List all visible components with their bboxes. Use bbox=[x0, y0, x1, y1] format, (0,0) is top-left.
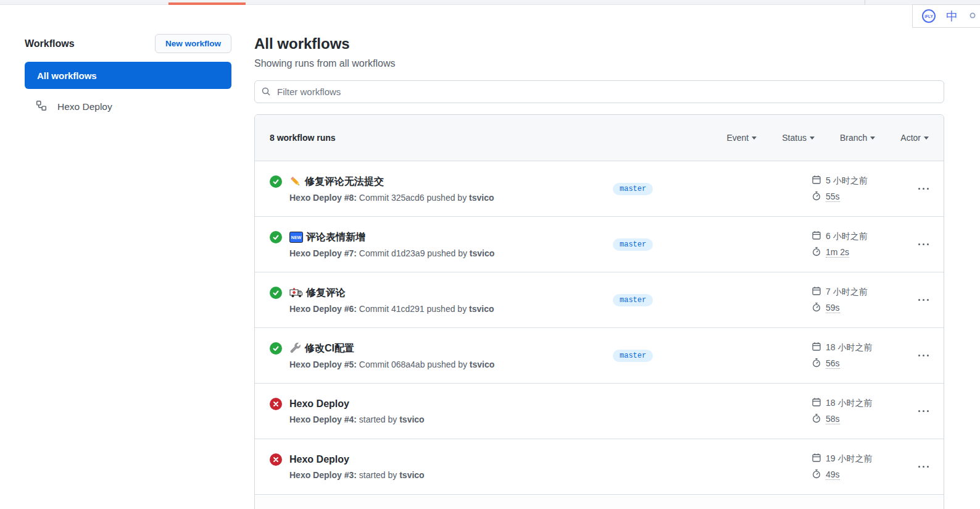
kebab-menu-button[interactable] bbox=[904, 408, 929, 415]
run-actor-link[interactable]: tsvico bbox=[470, 360, 494, 369]
svg-text:NEW: NEW bbox=[291, 235, 302, 240]
run-filter-dropdown[interactable]: Branch bbox=[840, 133, 875, 143]
filter-box bbox=[254, 80, 944, 103]
new-emoji-icon: NEW bbox=[289, 232, 303, 243]
run-title-link[interactable]: 修改CI配置 bbox=[289, 342, 354, 355]
run-title-link[interactable]: NEW 评论表情新增 bbox=[289, 231, 365, 244]
run-ref-link[interactable]: Hexo Deploy #5: bbox=[289, 360, 357, 369]
run-actor-link[interactable]: tsvico bbox=[399, 470, 424, 480]
status-icon bbox=[270, 342, 282, 355]
workflow-runs-card: 8 workflow runs Event Status Branch Acto… bbox=[254, 114, 944, 509]
run-title-link[interactable]: 修复评论无法提交 bbox=[289, 175, 384, 188]
calendar-icon bbox=[812, 453, 821, 465]
run-title-text: Hexo Deploy bbox=[289, 398, 349, 410]
workflow-run-list: 修复评论无法提交 Hexo Deploy #8: Commit 325acd6 … bbox=[255, 161, 944, 494]
run-description-text: started by bbox=[359, 470, 397, 480]
run-description: Hexo Deploy #6: Commit 41cd291 pushed by… bbox=[289, 304, 613, 314]
status-icon bbox=[270, 287, 282, 299]
run-ref-link[interactable]: Hexo Deploy #6: bbox=[289, 304, 357, 314]
run-duration-label[interactable]: 1m 2s bbox=[826, 247, 849, 258]
branch-badge[interactable]: master bbox=[613, 350, 653, 362]
run-duration-label[interactable]: 56s bbox=[826, 358, 840, 369]
run-duration-label[interactable]: 55s bbox=[826, 191, 840, 202]
status-icon bbox=[270, 398, 282, 410]
run-title-link[interactable]: Hexo Deploy bbox=[289, 398, 349, 410]
run-time-label: 7 小时之前 bbox=[826, 287, 868, 298]
translate-language-icon[interactable]: 中 bbox=[946, 11, 958, 22]
run-time-label: 5 小时之前 bbox=[826, 175, 868, 187]
run-duration-label[interactable]: 59s bbox=[826, 303, 840, 313]
workflows-sidebar: Workflows New workflow All workflows Hex… bbox=[25, 34, 231, 509]
filter-workflows-input[interactable] bbox=[254, 80, 944, 103]
page-layout: Workflows New workflow All workflows Hex… bbox=[0, 0, 980, 509]
run-description-text: Commit 325acd6 pushed by bbox=[359, 193, 467, 203]
sidebar-item-all-workflows[interactable]: All workflows bbox=[25, 62, 231, 89]
run-actor-link[interactable]: tsvico bbox=[470, 248, 494, 258]
run-duration-label[interactable]: 49s bbox=[826, 469, 840, 480]
translator-widget: iFLY 中 bbox=[912, 4, 980, 28]
run-actor-link[interactable]: tsvico bbox=[469, 193, 494, 203]
kebab-menu-button[interactable] bbox=[904, 463, 929, 471]
run-description: Hexo Deploy #7: Commit d1d23a9 pushed by… bbox=[289, 248, 613, 258]
run-description-text: Commit 068a4ab pushed by bbox=[359, 360, 467, 369]
page-title: All workflows bbox=[254, 34, 944, 53]
run-title-text: 修复评论无法提交 bbox=[305, 175, 384, 188]
stopwatch-icon bbox=[812, 302, 821, 314]
run-filters: Event Status Branch Actor bbox=[726, 133, 929, 143]
run-filter-dropdown[interactable]: Event bbox=[726, 133, 757, 143]
chevron-down-icon bbox=[810, 137, 815, 140]
run-filter-label: Event bbox=[726, 133, 749, 143]
run-title-text: 评论表情新增 bbox=[306, 231, 365, 244]
run-filter-dropdown[interactable]: Status bbox=[782, 133, 815, 143]
run-description: Hexo Deploy #3: started by tsvico bbox=[289, 470, 613, 480]
workflow-run-row: Hexo Deploy Hexo Deploy #3: started by t… bbox=[255, 439, 944, 494]
run-description-text: Commit d1d23a9 pushed by bbox=[359, 248, 467, 258]
kebab-menu-button[interactable] bbox=[904, 352, 929, 360]
run-actor-link[interactable]: tsvico bbox=[469, 304, 494, 314]
wrench-emoji-icon bbox=[289, 342, 302, 355]
kebab-menu-button[interactable] bbox=[904, 297, 929, 304]
stopwatch-icon bbox=[812, 246, 821, 258]
workflow-run-row: 修复评论 Hexo Deploy #6: Commit 41cd291 push… bbox=[255, 272, 944, 327]
branch-badge[interactable]: master bbox=[613, 238, 653, 251]
ambulance-emoji-icon bbox=[289, 287, 303, 298]
calendar-icon bbox=[812, 342, 821, 353]
run-title-link[interactable]: 修复评论 bbox=[289, 287, 346, 300]
run-time-label: 18 小时之前 bbox=[826, 342, 872, 353]
chevron-down-icon bbox=[924, 137, 929, 140]
page-progress-bar bbox=[168, 2, 246, 5]
run-title-link[interactable]: Hexo Deploy bbox=[289, 454, 349, 465]
run-filter-label: Branch bbox=[840, 133, 867, 143]
run-ref-link[interactable]: Hexo Deploy #7: bbox=[289, 248, 357, 258]
run-actor-link[interactable]: tsvico bbox=[399, 414, 424, 424]
kebab-menu-button[interactable] bbox=[904, 241, 929, 248]
run-description-text: Commit 41cd291 pushed by bbox=[359, 304, 467, 314]
runs-count-label: 8 workflow runs bbox=[270, 133, 336, 143]
run-ref-link[interactable]: Hexo Deploy #3: bbox=[289, 470, 357, 480]
branch-badge[interactable]: master bbox=[613, 294, 653, 306]
ifly-logo-label: iFLY bbox=[924, 14, 933, 19]
run-ref-link[interactable]: Hexo Deploy #8: bbox=[289, 193, 357, 203]
run-description: Hexo Deploy #8: Commit 325acd6 pushed by… bbox=[289, 193, 613, 203]
new-workflow-button[interactable]: New workflow bbox=[155, 34, 231, 53]
workflow-run-row: 修复评论无法提交 Hexo Deploy #8: Commit 325acd6 … bbox=[255, 161, 944, 216]
run-time-label: 19 小时之前 bbox=[826, 453, 872, 465]
workflow-run-row-partial bbox=[255, 494, 944, 509]
main-content: All workflows Showing runs from all work… bbox=[254, 34, 944, 509]
status-icon bbox=[270, 231, 282, 243]
chevron-down-icon bbox=[870, 137, 875, 140]
run-ref-link[interactable]: Hexo Deploy #4: bbox=[289, 414, 357, 424]
sidebar-item-hexo-deploy[interactable]: Hexo Deploy bbox=[25, 100, 231, 114]
run-duration-label[interactable]: 58s bbox=[826, 414, 840, 424]
calendar-icon bbox=[812, 175, 821, 187]
kebab-menu-button[interactable] bbox=[904, 185, 929, 193]
run-title-text: 修改CI配置 bbox=[305, 342, 354, 355]
sidebar-title: Workflows bbox=[25, 38, 75, 49]
branch-badge[interactable]: master bbox=[613, 183, 653, 195]
chevron-down-icon bbox=[752, 137, 757, 140]
ifly-logo-icon[interactable]: iFLY bbox=[922, 9, 936, 23]
run-filter-dropdown[interactable]: Actor bbox=[900, 133, 929, 143]
settings-gear-icon[interactable] bbox=[969, 11, 976, 22]
browser-tab-strip bbox=[0, 0, 980, 5]
workflow-run-row: Hexo Deploy Hexo Deploy #4: started by t… bbox=[255, 383, 944, 439]
